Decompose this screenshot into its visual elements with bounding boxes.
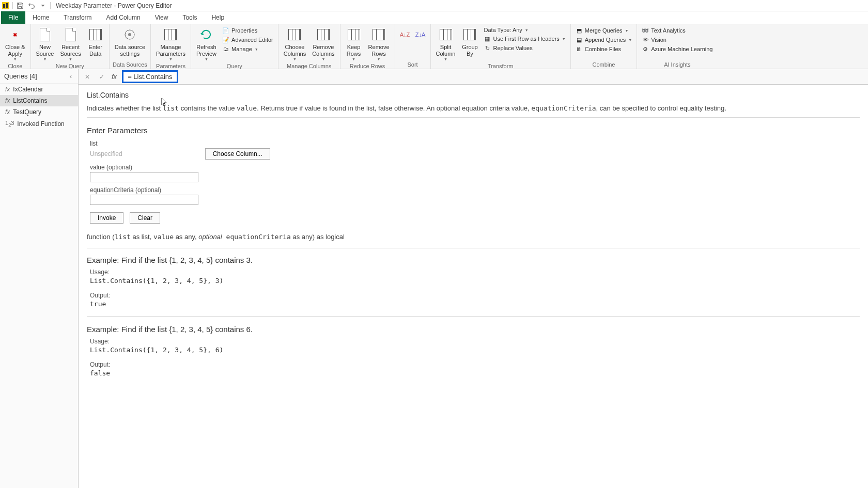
collapse-pane-icon[interactable]: ‹ (68, 72, 74, 80)
choose-columns-icon (288, 29, 301, 40)
remove-rows-button[interactable]: Remove Rows ▼ (366, 25, 392, 62)
vision-button[interactable]: 👁Vision (640, 36, 714, 44)
fx-icon[interactable]: fx (112, 73, 117, 81)
group-by-button[interactable]: Group By (459, 25, 480, 58)
text-analytics-button[interactable]: ➿Text Analytics (640, 26, 714, 35)
ribbon-group-label: AI Insights (640, 60, 714, 69)
enter-data-button[interactable]: Enter Data (85, 25, 106, 58)
divider (50, 2, 51, 9)
ribbon-group-combine: ⬒Merge Queries▼ ⬓Append Queries▼ 🗎Combin… (571, 24, 637, 69)
qat-dropdown-icon[interactable] (39, 2, 47, 10)
merge-queries-button[interactable]: ⬒Merge Queries▼ (574, 26, 633, 35)
content-area: ✕ ✓ fx = List.Contains List.Contains Ind… (79, 69, 868, 488)
replace-values-button[interactable]: ↻Replace Values (482, 44, 567, 52)
split-column-icon (440, 29, 452, 40)
app-icon (2, 2, 9, 9)
example-1: Example: Find if the list {1, 2, 3, 4, 5… (87, 256, 860, 308)
save-icon[interactable] (16, 2, 24, 10)
data-source-settings-button[interactable]: Data source settings (113, 25, 147, 58)
keep-rows-button[interactable]: Keep Rows ▼ (344, 25, 364, 62)
param-label: equationCriteria (optional) (90, 186, 860, 194)
sort-asc-button[interactable]: A↓Z (398, 25, 412, 44)
sort-desc-button[interactable]: Z↓A (414, 25, 427, 44)
append-queries-button[interactable]: ⬓Append Queries▼ (574, 36, 633, 44)
ribbon-group-close: ✖ Close & Apply ▼ Close (0, 24, 31, 69)
combine-files-button[interactable]: 🗎Combine Files (574, 45, 633, 53)
menu-add-column[interactable]: Add Column (99, 11, 148, 24)
menu-help[interactable]: Help (204, 11, 231, 24)
param-eq-input[interactable] (90, 195, 198, 205)
function-icon: fx (5, 86, 10, 93)
azure-ml-button[interactable]: ⚙Azure Machine Learning (640, 45, 714, 53)
clear-button[interactable]: Clear (130, 212, 160, 224)
param-value-input[interactable] (90, 172, 198, 182)
example-code: List.Contains({1, 2, 3, 4, 5}, 6) (90, 346, 860, 354)
close-icon: ✖ (13, 32, 17, 38)
clock-document-icon (66, 28, 76, 41)
param-equation-criteria: equationCriteria (optional) (90, 186, 860, 205)
sort-desc-icon: Z↓A (415, 32, 426, 38)
sort-asc-icon: A↓Z (400, 32, 410, 38)
query-item-invoked-function[interactable]: 123 Invoked Function (0, 118, 78, 130)
refresh-preview-button[interactable]: Refresh Preview ▼ (194, 25, 219, 62)
table-icon (89, 29, 102, 40)
output-label: Output: (90, 292, 860, 299)
remove-columns-button[interactable]: Remove Columns ▼ (310, 25, 336, 62)
param-label: value (optional) (90, 164, 860, 171)
append-icon: ⬓ (576, 36, 583, 43)
invoke-button[interactable]: Invoke (90, 212, 123, 224)
first-row-headers-button[interactable]: ▦Use First Row as Headers▼ (482, 35, 567, 43)
commit-formula-icon[interactable]: ✓ (97, 72, 106, 82)
chevron-down-icon: ▼ (625, 29, 629, 33)
menu-tools[interactable]: Tools (175, 11, 204, 24)
chevron-down-icon: ▼ (562, 37, 566, 41)
query-label: ListContains (13, 97, 47, 104)
ribbon-group-query: Refresh Preview ▼ 📄Properties 📝Advanced … (191, 24, 278, 69)
param-value-unspecified: Unspecified (90, 150, 122, 158)
recent-sources-button[interactable]: Recent Sources ▼ (58, 25, 83, 62)
ribbon-group-label: Combine (574, 60, 633, 69)
titlebar: Weekday Parameter - Power Query Editor (0, 0, 868, 11)
output-label: Output: (90, 361, 860, 368)
document-icon (40, 28, 50, 41)
cancel-formula-icon[interactable]: ✕ (83, 72, 92, 82)
menu-home[interactable]: Home (25, 11, 56, 24)
menu-transform[interactable]: Transform (56, 11, 99, 24)
gear-database-icon (123, 28, 136, 41)
query-item-testquery[interactable]: fx TestQuery (0, 106, 78, 118)
menu-file[interactable]: File (1, 11, 25, 24)
chevron-down-icon: ▼ (293, 57, 297, 61)
divider (87, 316, 860, 317)
chevron-down-icon: ▼ (169, 57, 173, 61)
formula-bar: ✕ ✓ fx = List.Contains (79, 69, 868, 85)
query-item-fxcalendar[interactable]: fx fxCalendar (0, 84, 78, 95)
svg-point-1 (128, 33, 131, 36)
manage-button[interactable]: 🗂Manage▼ (221, 45, 275, 53)
chevron-down-icon: ▼ (321, 57, 325, 61)
menu-view[interactable]: View (148, 11, 176, 24)
choose-columns-button[interactable]: Choose Columns ▼ (282, 25, 308, 62)
new-source-button[interactable]: New Source ▼ (34, 25, 56, 62)
close-apply-button[interactable]: ✖ Close & Apply ▼ (3, 25, 27, 62)
remove-rows-icon (373, 29, 385, 40)
window-title: Weekday Parameter - Power Query Editor (56, 2, 172, 9)
data-type-button[interactable]: Data Type: Any▼ (482, 26, 567, 34)
chevron-down-icon: ▼ (444, 57, 447, 61)
ribbon-group-label: Sort (398, 60, 427, 69)
undo-icon[interactable] (27, 2, 36, 10)
ribbon-group-sort: A↓Z Z↓A Sort (395, 24, 431, 69)
manage-parameters-button[interactable]: Manage Parameters ▼ (154, 25, 188, 62)
azure-ml-icon: ⚙ (642, 45, 649, 53)
ribbon-group-transform: Split Column ▼ Group By Data Type: Any▼ … (431, 24, 571, 69)
query-item-listcontains[interactable]: fx ListContains (0, 95, 78, 106)
properties-button[interactable]: 📄Properties (221, 26, 275, 35)
param-value: value (optional) (90, 164, 860, 182)
menubar: File Home Transform Add Column View Tool… (0, 11, 868, 24)
formula-input[interactable]: = List.Contains (122, 70, 178, 83)
combine-files-icon: 🗎 (576, 45, 583, 53)
advanced-editor-button[interactable]: 📝Advanced Editor (221, 36, 275, 44)
choose-column-button[interactable]: Choose Column... (205, 148, 270, 160)
remove-columns-icon (317, 29, 330, 40)
refresh-icon (200, 28, 212, 41)
split-column-button[interactable]: Split Column ▼ (434, 25, 458, 62)
